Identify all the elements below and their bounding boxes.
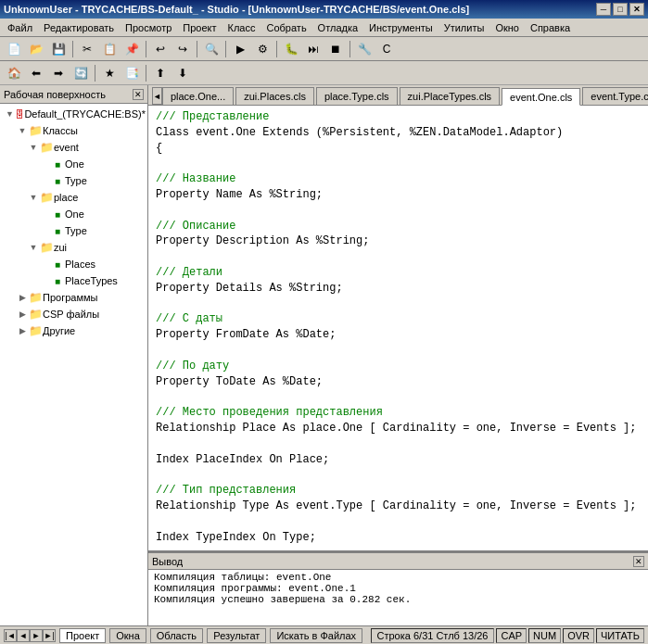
tab-event-one[interactable]: event.One.cls [502, 88, 580, 106]
sidebar-tree: ▼ 🗄 Default_(TRYCACHE:BS)* ▼ 📁 Классы ▼ … [0, 104, 147, 625]
t2-btn1[interactable]: 🏠 [4, 63, 24, 83]
t2-btn3[interactable]: ➡ [48, 63, 69, 83]
stop-btn[interactable]: ⏹ [325, 39, 346, 59]
menu-file[interactable]: Файл [2, 20, 38, 35]
cap-indicator: CAP [496, 628, 527, 643]
tab-scroll-left[interactable]: ◄ [152, 87, 162, 105]
sep6 [349, 41, 350, 57]
toolbar-2: 🏠 ⬅ ➡ 🔄 ★ 📑 ⬆ ⬇ [0, 61, 648, 85]
find-btn[interactable]: 🔍 [201, 39, 222, 59]
bottom-tab-windows[interactable]: Окна [109, 628, 146, 643]
undo-btn[interactable]: ↩ [150, 39, 171, 59]
sidebar-close-btn[interactable]: ✕ [133, 89, 144, 100]
code-line-17: /// По дату [156, 359, 641, 374]
tree-item-zui-places[interactable]: ■ Places [2, 256, 146, 272]
tree-item-other[interactable]: ▶ 📁 Другие [2, 322, 146, 339]
copy-btn[interactable]: 📋 [99, 39, 120, 59]
tree-item-place-type[interactable]: ■ Type [2, 222, 146, 239]
result-tab-result[interactable]: Результат [207, 628, 266, 643]
menu-debug[interactable]: Отладка [312, 20, 363, 35]
tree-item-classes[interactable]: ▼ 📁 Классы [2, 122, 146, 139]
tab-event-type[interactable]: event.Type.cls [582, 87, 648, 105]
nav-last[interactable]: ►| [43, 629, 56, 642]
sep1 [72, 41, 73, 57]
tree-item-programs[interactable]: ▶ 📁 Программы [2, 289, 146, 306]
tree-label-place-one: One [65, 208, 84, 220]
tree-item-zui[interactable]: ▼ 📁 zui [2, 239, 146, 256]
code-line-1: /// Представление [156, 109, 641, 125]
tree-item-csp[interactable]: ▶ 📁 CSP файлы [2, 306, 146, 322]
menu-view[interactable]: Просмотр [120, 20, 177, 35]
main-layout: Рабочая поверхность ✕ ▼ 🗄 Default_(TRYCA… [0, 85, 648, 625]
menu-class[interactable]: Класс [222, 20, 261, 35]
tree-label-zui-placetypes: PlaceTypes [65, 275, 118, 286]
folder-icon-programs: 📁 [28, 290, 43, 305]
code-line-28: Index TypeIndex On Type; [156, 530, 641, 546]
code-line-21: Relationship Place As place.One [ Cardin… [156, 421, 641, 436]
class-icon-place-type: ■ [50, 223, 65, 238]
tab-zui-placetypes[interactable]: zui.PlaceTypes.cls [400, 87, 500, 105]
expand-icon-event: ▼ [28, 143, 39, 152]
code-line-14: /// С даты [156, 311, 641, 327]
nav-prev[interactable]: ◄ [17, 629, 30, 642]
tree-item-place[interactable]: ▼ 📁 place [2, 189, 146, 206]
maximize-button[interactable]: □ [613, 3, 628, 16]
nav-first[interactable]: |◄ [4, 629, 17, 642]
t2-btn6[interactable]: 📑 [121, 63, 142, 83]
class-icon-event-type: ■ [50, 173, 65, 188]
t2-btn8[interactable]: ⬇ [172, 63, 193, 83]
menu-window[interactable]: Окно [489, 20, 525, 35]
menu-tools[interactable]: Инструменты [363, 20, 438, 35]
new-btn[interactable]: 📄 [4, 39, 24, 59]
bottom-tab-project[interactable]: Проект [59, 628, 106, 643]
tree-item-zui-placetypes[interactable]: ■ PlaceTypes [2, 272, 146, 289]
build-btn[interactable]: ▶ [230, 39, 250, 59]
open-btn[interactable]: 📂 [26, 39, 46, 59]
t2-btn5[interactable]: ★ [99, 63, 120, 83]
tab-place-type[interactable]: place.Type.cls [316, 87, 398, 105]
menu-project[interactable]: Проект [177, 20, 222, 35]
expand-icon-default: ▼ [6, 109, 14, 119]
code-line-3: { [156, 141, 641, 157]
folder-icon-event: 📁 [39, 140, 54, 155]
class-btn[interactable]: C [376, 39, 397, 59]
code-editor[interactable]: /// Представление Class event.One Extend… [148, 106, 648, 551]
tree-label-place: place [54, 192, 78, 203]
nav-next[interactable]: ► [30, 629, 43, 642]
tree-item-event-type[interactable]: ■ Type [2, 172, 146, 189]
tree-label-place-type: Type [65, 225, 87, 236]
tree-item-default[interactable]: ▼ 🗄 Default_(TRYCACHE:BS)* [2, 106, 146, 122]
tab-zui-places[interactable]: zui.Places.cls [235, 87, 314, 105]
tree-item-place-one[interactable]: ■ One [2, 206, 146, 222]
output-line-2: Компиляция программы: event.One.1 [154, 583, 642, 594]
save-btn[interactable]: 💾 [48, 39, 69, 59]
code-line-8: /// Описание [156, 219, 641, 234]
cut-btn[interactable]: ✂ [77, 39, 97, 59]
result-tab-search[interactable]: Искать в Файлах [270, 628, 362, 643]
menu-utils[interactable]: Утилиты [438, 20, 490, 35]
close-button[interactable]: ✕ [629, 3, 644, 16]
output-close-btn[interactable]: ✕ [633, 556, 644, 567]
step-btn[interactable]: ⏭ [303, 39, 324, 59]
tree-item-event-one[interactable]: ■ One [2, 156, 146, 172]
bottom-tab-area[interactable]: Область [150, 628, 203, 643]
compile-btn[interactable]: ⚙ [252, 39, 273, 59]
num-indicator: NUM [528, 628, 561, 643]
tree-item-event[interactable]: ▼ 📁 event [2, 139, 146, 156]
t2-btn4[interactable]: 🔄 [70, 63, 91, 83]
tab-place-one[interactable]: place.One... [162, 87, 234, 105]
menu-build[interactable]: Собрать [260, 20, 311, 35]
paste-btn[interactable]: 📌 [121, 39, 142, 59]
expand-icon-place: ▼ [28, 193, 39, 202]
menu-edit[interactable]: Редактировать [38, 20, 120, 35]
t2-btn7[interactable]: ⬆ [150, 63, 171, 83]
inspector-btn[interactable]: 🔧 [354, 39, 375, 59]
debug-btn[interactable]: 🐛 [281, 39, 301, 59]
code-line-2: Class event.One Extends (%Persistent, %Z… [156, 125, 641, 141]
minimize-button[interactable]: ─ [596, 3, 611, 16]
menu-help[interactable]: Справка [525, 20, 576, 35]
t2-btn2[interactable]: ⬅ [26, 63, 46, 83]
class-icon-place-one: ■ [50, 207, 65, 221]
redo-btn[interactable]: ↪ [172, 39, 193, 59]
class-icon-event-one: ■ [50, 157, 65, 171]
